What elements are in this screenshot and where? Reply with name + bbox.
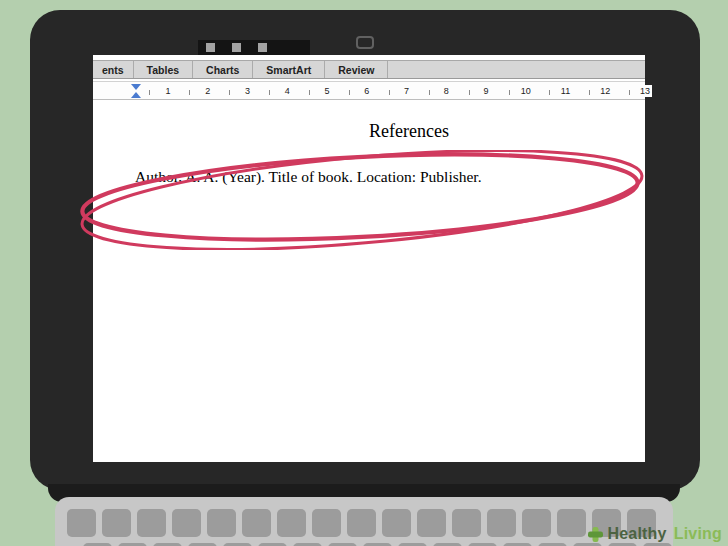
laptop-body: entsTablesChartsSmartArtReview 123456789… [30, 10, 700, 490]
ruler-number: 8 [442, 85, 451, 97]
keyboard-key [382, 509, 411, 537]
ruler-number: 13 [638, 85, 652, 97]
tab-tables[interactable]: Tables [134, 61, 193, 78]
keyboard-key [312, 509, 341, 537]
keyboard-key [487, 509, 516, 537]
ruler-number: 4 [283, 85, 292, 97]
laptop-screen: entsTablesChartsSmartArtReview 123456789… [93, 55, 645, 462]
keyboard-key [102, 509, 131, 537]
keyboard-key [452, 509, 481, 537]
keyboard-key [347, 509, 376, 537]
tab-smartart[interactable]: SmartArt [253, 61, 325, 78]
document-title: References [183, 121, 635, 142]
titlebar-button [258, 43, 267, 52]
window-titlebar-fragment [198, 40, 310, 55]
ruler-number: 6 [362, 85, 371, 97]
tab-charts[interactable]: Charts [193, 61, 253, 78]
laptop-keyboard [55, 497, 673, 546]
illustration-background: entsTablesChartsSmartArtReview 123456789… [0, 0, 728, 546]
titlebar-button [206, 43, 215, 52]
ruler-number: 2 [203, 85, 212, 97]
titlebar-button [232, 43, 241, 52]
key-row-1 [67, 509, 656, 537]
keyboard-key [172, 509, 201, 537]
ruler-number: 5 [322, 85, 331, 97]
ruler-number: 7 [402, 85, 411, 97]
healthy-living-logo: HealthyLiving [588, 525, 722, 543]
keyboard-key [242, 509, 271, 537]
ruler-number: 9 [481, 85, 490, 97]
keyboard-key [137, 509, 166, 537]
ruler: 12345678910111213 [93, 81, 645, 100]
brand-word-living: Living [674, 525, 722, 543]
ruler-number: 3 [243, 85, 252, 97]
webcam-icon [356, 36, 374, 49]
keyboard-key [557, 509, 586, 537]
healthy-living-plus-icon [588, 527, 603, 542]
ruler-number: 10 [519, 85, 533, 97]
ribbon-tab-bar: entsTablesChartsSmartArtReview [93, 60, 645, 79]
ruler-numbers: 12345678910111213 [93, 82, 645, 99]
keyboard-key [67, 509, 96, 537]
ruler-number: 1 [163, 85, 172, 97]
tab-ents[interactable]: ents [93, 61, 134, 78]
keyboard-key [417, 509, 446, 537]
ruler-number: 12 [598, 85, 612, 97]
keyboard-key [207, 509, 236, 537]
brand-word-healthy: Healthy [607, 525, 666, 543]
tab-review[interactable]: Review [325, 61, 388, 78]
keyboard-key [277, 509, 306, 537]
keyboard-key [522, 509, 551, 537]
ruler-number: 11 [559, 85, 572, 97]
reference-line: Author, A. A. (Year). Title of book. Loc… [135, 168, 482, 186]
